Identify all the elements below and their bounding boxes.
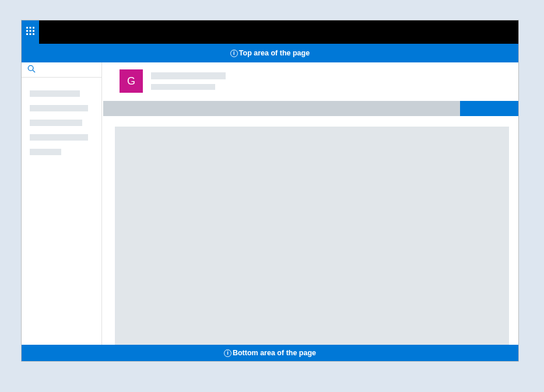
info-icon: i	[224, 349, 231, 357]
top-callout-bar: i Top area of the page	[22, 44, 518, 62]
body: G	[22, 62, 518, 345]
nav-items	[22, 78, 101, 155]
app-frame: i Top area of the page	[21, 20, 519, 362]
nav-item[interactable]	[30, 149, 61, 155]
app-title	[39, 20, 518, 44]
top-callout-label: Top area of the page	[239, 49, 310, 57]
nav-item[interactable]	[30, 120, 82, 126]
primary-action-button[interactable]	[460, 101, 518, 116]
bottom-callout-bar: i Bottom area of the page	[22, 345, 518, 361]
bottom-callout-label: Bottom area of the page	[233, 349, 316, 357]
nav-item[interactable]	[30, 134, 88, 141]
tab-strip	[103, 101, 518, 116]
nav-item[interactable]	[30, 90, 80, 97]
search-row[interactable]	[22, 62, 101, 78]
content-pane	[115, 127, 509, 345]
svg-rect-2	[33, 27, 34, 29]
svg-rect-7	[30, 33, 31, 35]
search-icon	[27, 65, 36, 75]
content-pane-wrap	[102, 116, 518, 345]
svg-rect-5	[33, 30, 34, 32]
app-launcher-button[interactable]	[22, 20, 39, 44]
svg-rect-8	[33, 33, 34, 35]
main: G	[102, 62, 518, 345]
svg-line-10	[33, 70, 35, 72]
svg-rect-6	[26, 33, 28, 35]
svg-rect-4	[30, 30, 31, 32]
profile-subtext-placeholder	[151, 84, 215, 90]
title-bar	[22, 20, 518, 44]
tab-strip-area[interactable]	[103, 101, 460, 116]
left-rail	[22, 62, 102, 345]
avatar[interactable]: G	[120, 69, 143, 93]
profile-name-placeholder	[151, 72, 226, 79]
profile-text	[151, 72, 226, 90]
svg-rect-1	[30, 27, 31, 29]
svg-rect-3	[26, 30, 28, 32]
waffle-icon	[26, 27, 34, 37]
info-icon: i	[230, 50, 238, 57]
profile-row: G	[102, 62, 518, 101]
svg-rect-0	[26, 27, 28, 29]
nav-item[interactable]	[30, 105, 88, 111]
svg-point-9	[28, 65, 33, 71]
